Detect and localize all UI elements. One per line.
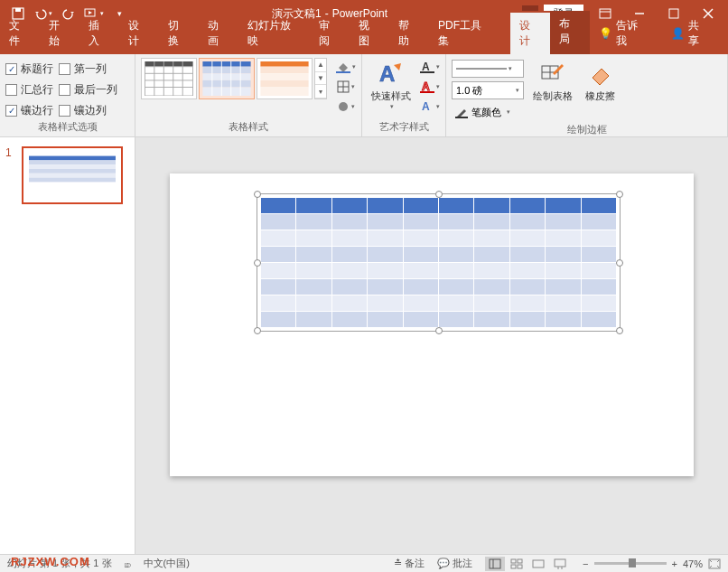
svg-rect-18 (202, 61, 250, 67)
text-fill-button[interactable]: A▾ (420, 58, 440, 76)
resize-handle[interactable] (616, 191, 623, 198)
zoom-percent[interactable]: 47% (683, 558, 703, 569)
svg-rect-60 (533, 560, 544, 567)
resize-handle[interactable] (254, 191, 261, 198)
resize-handle[interactable] (254, 327, 261, 334)
tab-review[interactable]: 审阅 (310, 13, 350, 54)
total-row-checkbox[interactable]: 汇总行 (5, 82, 53, 98)
svg-rect-1 (15, 8, 21, 12)
svg-rect-20 (202, 73, 250, 80)
table-style-item[interactable] (141, 58, 197, 99)
tell-me-button[interactable]: 💡告诉我 (590, 13, 658, 54)
table-styles-gallery[interactable]: ▲▼▾ (141, 58, 327, 99)
tab-pdf[interactable]: PDF工具集 (429, 13, 501, 54)
notes-button[interactable]: ≛ 备注 (394, 557, 425, 570)
svg-rect-31 (260, 88, 308, 97)
svg-text:A: A (379, 61, 395, 86)
quick-styles-button[interactable]: A 快速样式 ▾ (368, 58, 415, 112)
svg-rect-53 (29, 178, 116, 183)
last-column-checkbox[interactable]: 最后一列 (59, 82, 117, 98)
banded-columns-checkbox[interactable]: 镶边列 (59, 103, 117, 118)
shading-button[interactable]: ▾ (336, 58, 356, 76)
eraser-icon (586, 60, 615, 89)
tab-file[interactable]: 文件 (0, 13, 40, 54)
comments-button[interactable]: 💬 批注 (437, 557, 472, 570)
resize-handle[interactable] (435, 327, 443, 334)
svg-rect-41 (420, 91, 434, 93)
table-object[interactable] (260, 197, 617, 328)
svg-rect-22 (202, 88, 250, 97)
svg-rect-21 (202, 80, 250, 88)
spellcheck-icon[interactable]: ⎄ (125, 558, 131, 569)
text-outline-button[interactable]: A▾ (420, 78, 440, 96)
svg-rect-39 (420, 71, 434, 73)
svg-point-36 (339, 102, 348, 111)
share-button[interactable]: 👤共享 (662, 13, 719, 54)
draw-table-button[interactable]: 绘制表格 (529, 58, 576, 103)
borders-button[interactable]: ▾ (336, 78, 356, 96)
wordart-styles-label: 艺术字样式 (368, 118, 440, 136)
reading-view-button[interactable] (528, 557, 548, 571)
tab-transitions[interactable]: 切换 (159, 13, 199, 54)
eraser-button[interactable]: 橡皮擦 (582, 58, 619, 103)
normal-view-button[interactable] (485, 557, 505, 571)
selection-frame (257, 193, 621, 332)
language-label[interactable]: 中文(中国) (144, 557, 190, 570)
svg-rect-27 (260, 61, 308, 67)
tab-help[interactable]: 帮助 (389, 13, 429, 54)
tab-design[interactable]: 设计 (119, 13, 159, 54)
resize-handle[interactable] (435, 191, 443, 198)
resize-handle[interactable] (616, 259, 623, 267)
text-effects-button[interactable]: A▾ (420, 98, 440, 116)
svg-rect-56 (511, 559, 516, 563)
gallery-down-icon[interactable]: ▼ (315, 72, 326, 86)
banded-rows-checkbox[interactable]: ✓镶边行 (5, 103, 53, 118)
pen-weight-combo[interactable]: 1.0 磅▾ (452, 81, 524, 99)
svg-rect-19 (202, 67, 250, 74)
sorter-view-button[interactable] (507, 557, 527, 571)
wordart-icon: A (377, 60, 406, 89)
table-styles-label: 表格样式 (141, 118, 356, 136)
slideshow-view-button[interactable] (550, 557, 570, 571)
gallery-scroll[interactable]: ▲▼▾ (314, 58, 327, 99)
zoom-in-button[interactable]: + (672, 558, 677, 569)
slide-canvas-area[interactable] (135, 137, 728, 554)
gallery-more-icon[interactable]: ▾ (315, 85, 326, 98)
table-style-item[interactable] (257, 58, 313, 99)
svg-rect-61 (555, 559, 565, 567)
slide-thumbnail-panel[interactable]: 1 RJZXW.COM (0, 137, 135, 554)
svg-rect-57 (518, 559, 522, 563)
svg-rect-9 (145, 61, 192, 67)
svg-text:A: A (422, 80, 430, 93)
tab-slideshow[interactable]: 幻灯片放映 (238, 13, 311, 54)
pen-style-combo[interactable]: ▾ (452, 60, 524, 78)
table-style-item[interactable] (199, 58, 255, 99)
resize-handle[interactable] (254, 259, 261, 267)
bulb-icon: 💡 (599, 27, 612, 40)
resize-handle[interactable] (616, 327, 623, 334)
tab-table-layout[interactable]: 布局 (550, 11, 590, 54)
tab-table-design[interactable]: 设计 (510, 11, 550, 54)
svg-rect-30 (260, 80, 308, 88)
header-row-checkbox[interactable]: ✓标题行 (5, 61, 53, 77)
zoom-slider[interactable] (594, 562, 667, 565)
first-column-checkbox[interactable]: 第一列 (59, 61, 117, 77)
fit-window-button[interactable] (708, 558, 721, 569)
gallery-up-icon[interactable]: ▲ (315, 59, 326, 72)
tab-insert[interactable]: 插入 (79, 13, 119, 54)
tab-view[interactable]: 视图 (350, 13, 389, 54)
slide-canvas[interactable] (170, 173, 694, 476)
pen-color-button[interactable]: 笔颜色▾ (452, 103, 524, 121)
svg-rect-52 (29, 173, 116, 178)
svg-rect-44 (455, 117, 468, 118)
tab-animations[interactable]: 动画 (199, 13, 238, 54)
tab-home[interactable]: 开始 (40, 13, 79, 54)
svg-text:A: A (422, 61, 430, 73)
svg-rect-50 (29, 164, 116, 169)
svg-rect-59 (518, 565, 522, 568)
effects-button[interactable]: ▾ (336, 98, 356, 116)
svg-rect-32 (336, 71, 350, 73)
svg-rect-29 (260, 73, 308, 80)
zoom-out-button[interactable]: − (583, 558, 588, 569)
slide-thumbnail[interactable]: 1 (5, 146, 129, 204)
